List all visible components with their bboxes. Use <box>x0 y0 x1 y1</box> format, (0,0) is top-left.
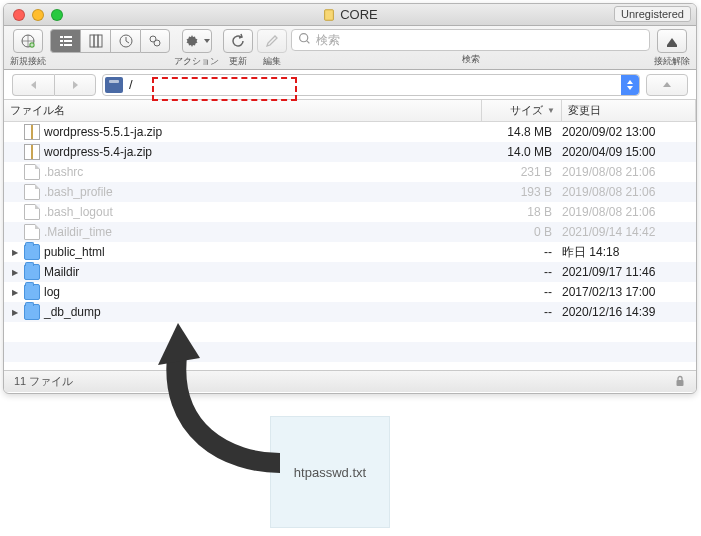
path-dropdown-icon[interactable] <box>621 75 639 95</box>
file-size: 14.8 MB <box>482 125 562 139</box>
file-row[interactable]: .Maildir_time0 B2021/09/14 14:42 <box>4 222 696 242</box>
action-menu-button[interactable] <box>182 29 212 53</box>
titlebar: CORE Unregistered <box>4 4 696 26</box>
file-icon <box>24 224 40 240</box>
disclosure-triangle-icon[interactable]: ▶ <box>10 268 20 277</box>
nav-forward-button[interactable] <box>54 74 96 96</box>
file-name: .bashrc <box>44 165 482 179</box>
disclosure-triangle-icon[interactable]: ▶ <box>10 308 20 317</box>
note-filename: htpasswd.txt <box>294 465 366 480</box>
file-size: -- <box>482 245 562 259</box>
edit-label: 編集 <box>263 55 281 68</box>
sort-desc-icon: ▼ <box>547 106 555 115</box>
file-name: public_html <box>44 245 482 259</box>
file-name: log <box>44 285 482 299</box>
file-row[interactable]: ▶log--2017/02/13 17:00 <box>4 282 696 302</box>
disconnect-button[interactable] <box>657 29 687 53</box>
col-size[interactable]: サイズ▼ <box>482 100 562 121</box>
disconnect-label: 接続解除 <box>654 55 690 68</box>
svg-rect-10 <box>667 45 677 47</box>
search-input[interactable]: 検索 <box>291 29 650 51</box>
file-date: 2021/09/17 11:46 <box>562 265 696 279</box>
refresh-button[interactable] <box>223 29 253 53</box>
volume-icon <box>105 77 123 93</box>
disclosure-triangle-icon[interactable]: ▶ <box>10 248 20 257</box>
file-row[interactable]: wordpress-5.5.1-ja.zip14.8 MB2020/09/02 … <box>4 122 696 142</box>
file-row[interactable]: wordpress-5.4-ja.zip14.0 MB2020/04/09 15… <box>4 142 696 162</box>
minimize-window-button[interactable] <box>32 9 44 21</box>
file-row[interactable]: .bashrc231 B2019/08/08 21:06 <box>4 162 696 182</box>
view-list-button[interactable] <box>50 29 80 53</box>
file-size: -- <box>482 265 562 279</box>
nav-back-button[interactable] <box>12 74 54 96</box>
file-row[interactable]: .bash_logout18 B2019/08/08 21:06 <box>4 202 696 222</box>
file-icon <box>24 184 40 200</box>
folder-icon <box>24 284 40 300</box>
close-window-button[interactable] <box>13 9 25 21</box>
empty-row <box>4 362 696 370</box>
disclosure-triangle-icon[interactable]: ▶ <box>10 288 20 297</box>
search-icon <box>298 32 311 48</box>
nav-up-button[interactable] <box>646 74 688 96</box>
path-value: / <box>129 77 133 92</box>
new-connection-label: 新規接続 <box>10 55 46 68</box>
folder-icon <box>24 264 40 280</box>
folder-icon <box>24 304 40 320</box>
file-row[interactable]: ▶Maildir--2021/09/17 11:46 <box>4 262 696 282</box>
file-size: 18 B <box>482 205 562 219</box>
file-list[interactable]: wordpress-5.5.1-ja.zip14.8 MB2020/09/02 … <box>4 122 696 370</box>
svg-rect-4 <box>94 35 98 47</box>
file-size: -- <box>482 285 562 299</box>
annotation-file-note: htpasswd.txt <box>270 416 390 528</box>
svg-rect-11 <box>677 380 684 386</box>
refresh-label: 更新 <box>229 55 247 68</box>
file-row[interactable]: ▶public_html--昨日 14:18 <box>4 242 696 262</box>
file-size: -- <box>482 305 562 319</box>
empty-row <box>4 322 696 342</box>
file-date: 2020/09/02 13:00 <box>562 125 696 139</box>
file-date: 昨日 14:18 <box>562 244 696 261</box>
window-title: CORE <box>4 7 696 22</box>
file-date: 2020/12/16 14:39 <box>562 305 696 319</box>
view-sync-button[interactable] <box>140 29 170 53</box>
file-icon <box>24 164 40 180</box>
file-icon <box>24 204 40 220</box>
file-size: 193 B <box>482 185 562 199</box>
zoom-window-button[interactable] <box>51 9 63 21</box>
folder-icon <box>24 244 40 260</box>
col-name[interactable]: ファイル名 <box>4 100 482 121</box>
file-size: 0 B <box>482 225 562 239</box>
file-date: 2019/08/08 21:06 <box>562 185 696 199</box>
new-connection-button[interactable] <box>13 29 43 53</box>
empty-row <box>4 342 696 362</box>
file-date: 2019/08/08 21:06 <box>562 165 696 179</box>
lock-icon <box>674 375 686 389</box>
file-row[interactable]: ▶_db_dump--2020/12/16 14:39 <box>4 302 696 322</box>
toolbar: 新規接続 アクション <box>4 26 696 70</box>
file-name: _db_dump <box>44 305 482 319</box>
file-name: Maildir <box>44 265 482 279</box>
file-size: 231 B <box>482 165 562 179</box>
file-row[interactable]: .bash_profile193 B2019/08/08 21:06 <box>4 182 696 202</box>
edit-button[interactable] <box>257 29 287 53</box>
view-history-button[interactable] <box>110 29 140 53</box>
file-name: wordpress-5.5.1-ja.zip <box>44 125 482 139</box>
zip-icon <box>24 124 40 140</box>
status-bar: 11 ファイル <box>4 370 696 392</box>
path-field[interactable]: / <box>102 74 640 96</box>
search-label: 検索 <box>462 53 480 66</box>
file-date: 2021/09/14 14:42 <box>562 225 696 239</box>
action-label: アクション <box>174 55 219 68</box>
zip-icon <box>24 144 40 160</box>
svg-rect-3 <box>90 35 94 47</box>
file-name: .bash_logout <box>44 205 482 219</box>
file-name: .Maildir_time <box>44 225 482 239</box>
file-name: .bash_profile <box>44 185 482 199</box>
col-date[interactable]: 変更日 <box>562 100 696 121</box>
status-count: 11 ファイル <box>14 374 73 389</box>
search-placeholder: 検索 <box>316 32 340 49</box>
file-size: 14.0 MB <box>482 145 562 159</box>
view-column-button[interactable] <box>80 29 110 53</box>
column-headers: ファイル名 サイズ▼ 変更日 <box>4 100 696 122</box>
unregistered-badge: Unregistered <box>614 6 691 22</box>
